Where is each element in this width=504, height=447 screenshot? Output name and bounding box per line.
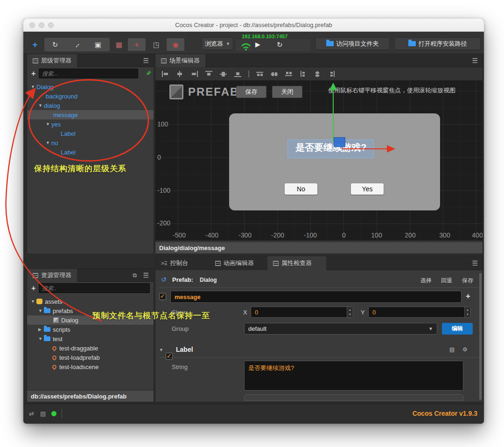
database-icon[interactable]: ▤: [40, 410, 46, 417]
preview-browser-dropdown[interactable]: 浏览器 ▼: [202, 37, 233, 50]
add-component-button[interactable]: +: [466, 292, 470, 301]
tab-animation[interactable]: 动画编辑器: [210, 256, 266, 270]
label-enabled-checkbox[interactable]: [166, 353, 173, 360]
group-edit-button[interactable]: 编辑: [442, 323, 473, 335]
dialog-no-button[interactable]: No: [285, 183, 317, 195]
stepper-icon[interactable]: ▲▼: [347, 307, 353, 317]
gizmo-origin-handle[interactable]: [334, 137, 345, 147]
prefab-save-button[interactable]: 保存: [236, 86, 266, 98]
refresh-status-icon[interactable]: ⇄: [29, 410, 34, 417]
prefab-revert-link[interactable]: 回退: [441, 277, 452, 285]
skew-y-input[interactable]: [369, 307, 464, 317]
tab-hierarchy[interactable]: 层级管理器: [27, 54, 77, 67]
component-doc-icon[interactable]: ▤: [449, 346, 455, 353]
dialog-yes-button[interactable]: Yes: [351, 183, 384, 195]
distribute-h-center-icon[interactable]: [314, 71, 321, 77]
tab-assets[interactable]: 资源管理器: [27, 269, 77, 282]
hierarchy-node-message[interactable]: message: [27, 110, 154, 119]
hierarchy-node-dialog-child[interactable]: dialog: [27, 101, 154, 110]
align-v-center-icon[interactable]: [220, 71, 227, 77]
asset-node-test[interactable]: test: [27, 334, 154, 343]
open-project-folder-label: 访问项目文件夹: [336, 40, 379, 48]
hierarchy-menu-icon[interactable]: ☰: [143, 57, 149, 64]
rotate-tool-icon[interactable]: ↻: [44, 41, 66, 49]
hierarchy-node-yes[interactable]: yes: [27, 119, 154, 129]
hierarchy-search-input[interactable]: [39, 69, 138, 78]
hierarchy-node-no-label[interactable]: Label: [27, 147, 154, 157]
link-scene-icon[interactable]: ∞: [144, 69, 153, 77]
tab-inspector[interactable]: 属性检查器: [267, 256, 326, 270]
skew-x-input[interactable]: [251, 307, 346, 317]
expand-arrow-icon[interactable]: [38, 336, 43, 341]
corner-gizmo-button[interactable]: ◳: [148, 38, 165, 51]
hierarchy-node-yes-label[interactable]: Label: [27, 129, 154, 138]
gizmo-x-axis[interactable]: [342, 148, 387, 149]
move-tool-button[interactable]: +: [29, 38, 41, 51]
gizmo-y-axis[interactable]: [333, 90, 334, 141]
assets-menu-icon[interactable]: ☰: [143, 272, 149, 279]
hierarchy-node-background[interactable]: background: [27, 91, 154, 101]
open-install-path-button[interactable]: 打开程序安装路径: [394, 37, 481, 50]
align-left-icon[interactable]: [162, 71, 169, 77]
prefab-close-button[interactable]: 关闭: [272, 86, 302, 98]
distribute-bottom-icon[interactable]: [285, 71, 292, 77]
gizmo-y-arrow-icon[interactable]: [329, 83, 337, 90]
pointer-gizmo-button[interactable]: ◉: [167, 38, 184, 51]
align-bottom-icon[interactable]: [234, 71, 241, 77]
x-tick: 0: [332, 231, 356, 239]
play-preview-icon[interactable]: ▶: [255, 41, 260, 48]
expand-arrow-icon[interactable]: [46, 140, 50, 145]
inspector-menu-icon[interactable]: ☰: [472, 260, 478, 266]
scene-menu-icon[interactable]: ☰: [472, 57, 478, 64]
distribute-top-icon[interactable]: [256, 71, 263, 77]
open-project-folder-button[interactable]: 访问项目文件夹: [315, 37, 390, 50]
add-node-button[interactable]: +: [31, 70, 35, 78]
gizmo-x-arrow-icon[interactable]: [387, 145, 395, 153]
tab-scene[interactable]: 场景编辑器: [155, 54, 205, 67]
inspector-scrollbar[interactable]: [479, 273, 482, 400]
distribute-right-icon[interactable]: [329, 71, 336, 77]
stepper-icon[interactable]: ▲▼: [464, 307, 470, 317]
node-active-checkbox[interactable]: [159, 293, 166, 300]
expand-arrow-icon[interactable]: [46, 122, 50, 126]
prefab-save-link[interactable]: 保存: [462, 277, 473, 285]
asset-node-assets[interactable]: assets: [27, 297, 154, 306]
rect-tool-icon[interactable]: ▣: [87, 41, 109, 49]
skew-y-field: ▲▼: [368, 307, 471, 318]
scene-gizmo-button[interactable]: ▦: [112, 38, 126, 51]
add-asset-button[interactable]: +: [31, 284, 35, 293]
prefab-annotation-text: 预制文件名与根节点名保持一至: [92, 310, 210, 321]
scene-canvas[interactable]: PREFAB 保存 关闭 使用鼠标右键平移视窗焦点，使用滚轮缩放视图 100 0…: [155, 81, 483, 241]
expand-arrow-icon[interactable]: [38, 103, 43, 108]
scale-tool-icon[interactable]: ↔: [66, 34, 87, 55]
float-panel-icon[interactable]: ⧉: [133, 272, 137, 279]
label-string-textarea[interactable]: 是否要继续游戏?: [244, 361, 463, 391]
group-select[interactable]: default ▼: [244, 323, 437, 335]
expand-arrow-icon[interactable]: [31, 299, 35, 304]
add-gizmo-button[interactable]: +: [128, 38, 146, 51]
asset-node-test-draggable[interactable]: test-draggable: [27, 343, 154, 353]
tab-console[interactable]: >Ξ 控制台: [155, 256, 208, 270]
distribute-v-center-icon[interactable]: [271, 71, 278, 77]
asset-node-test-loadprefab[interactable]: test-loadprefab: [27, 353, 154, 362]
hierarchy-node-dialog[interactable]: Dialog: [27, 82, 154, 91]
dialog-background-node[interactable]: [229, 113, 440, 210]
prefab-sync-icon[interactable]: ↺: [161, 276, 167, 283]
align-h-center-icon[interactable]: [176, 71, 183, 77]
refresh-preview-icon[interactable]: ↻: [277, 41, 283, 49]
align-right-icon[interactable]: [191, 71, 198, 77]
hierarchy-node-no[interactable]: no: [27, 138, 154, 147]
align-top-icon[interactable]: [205, 71, 212, 77]
asset-node-scripts[interactable]: scripts: [27, 325, 154, 334]
node-name-input[interactable]: [170, 291, 462, 303]
component-collapse-icon[interactable]: ▼: [159, 348, 163, 352]
component-gear-icon[interactable]: ⚙: [462, 346, 468, 353]
prefab-select-link[interactable]: 选择: [420, 277, 432, 285]
distribute-left-icon[interactable]: [300, 71, 307, 77]
prefab-mode-label: PREFAB: [188, 85, 239, 98]
expand-arrow-icon[interactable]: [38, 327, 43, 332]
assets-search-input[interactable]: [39, 283, 150, 293]
expand-arrow-icon[interactable]: [38, 308, 43, 313]
asset-node-test-loadscene[interactable]: test-loadscene: [27, 362, 154, 371]
expand-arrow-icon[interactable]: [31, 84, 35, 89]
